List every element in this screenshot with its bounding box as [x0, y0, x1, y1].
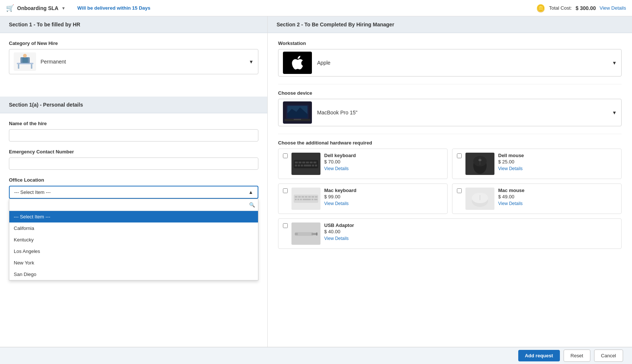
delivery-text: Will be delivered within 15 Days [77, 5, 150, 11]
name-group: Name of the hire [9, 121, 258, 142]
svg-rect-11 [294, 160, 318, 168]
office-location-group: Office Location --- Select Item --- ▲ 🔍 … [9, 177, 258, 199]
dropdown-option-san-diego[interactable]: San Diego [9, 269, 258, 280]
svg-rect-41 [314, 199, 317, 200]
section2-header: Section 2 - To Be Completed By Hiring Ma… [268, 16, 632, 33]
device-img [283, 101, 312, 124]
svg-rect-12 [295, 162, 298, 163]
macbook-icon [284, 103, 310, 122]
device-label: Choose device [278, 90, 622, 96]
svg-rect-15 [306, 162, 309, 163]
usb-img [291, 222, 320, 245]
view-details-link[interactable]: View Details [600, 5, 626, 11]
dropdown-option-california[interactable]: California [9, 222, 258, 234]
svg-rect-32 [305, 196, 307, 198]
workstation-chevron-icon: ▼ [612, 60, 617, 66]
hardware-item-mac-keyboard: Mac keyboard $ 99.00 View Details [278, 183, 448, 214]
office-dropdown: 🔍 --- Select Item --- California Kentuck… [9, 199, 258, 280]
dell-mouse-checkbox[interactable] [457, 153, 462, 158]
dropdown-option-new-york[interactable]: New York [9, 257, 258, 269]
svg-rect-31 [302, 196, 304, 198]
mac-mouse-icon [469, 191, 491, 207]
dell-keyboard-img [291, 153, 320, 175]
office-selected-value: --- Select Item --- [14, 189, 51, 195]
svg-rect-2 [31, 64, 32, 69]
hardware-item-dell-mouse: Dell mouse $ 25.00 View Details [452, 149, 622, 179]
dell-keyboard-details: Dell keyboard $ 70.00 View Details [324, 153, 443, 171]
svg-rect-37 [297, 199, 299, 200]
emergency-input[interactable] [9, 157, 258, 170]
name-input[interactable] [9, 129, 258, 142]
dropdown-option-kentucky[interactable]: Kentucky [9, 234, 258, 246]
usb-checkbox[interactable] [283, 223, 288, 228]
dropdown-search-input[interactable] [12, 201, 249, 209]
svg-rect-48 [295, 233, 298, 235]
device-group: Choose device [278, 90, 622, 126]
office-label: Office Location [9, 177, 258, 183]
dell-keyboard-price: $ 70.00 [324, 159, 443, 165]
svg-rect-22 [312, 165, 314, 166]
top-bar-left: 🛒 Onboarding SLA ▼ Will be delivered wit… [6, 4, 151, 12]
dell-mouse-view-link[interactable]: View Details [498, 166, 523, 171]
section1a-header: Section 1(a) - Personal details [0, 97, 267, 113]
device-value: MacBook Pro 15" [317, 110, 357, 116]
category-value: Permanent [41, 59, 66, 65]
add-request-button[interactable]: Add request [518, 350, 560, 361]
total-cost-label: Total Cost: [549, 5, 572, 11]
svg-rect-46 [312, 233, 316, 235]
dell-mouse-name: Dell mouse [498, 153, 617, 158]
section2-content: Workstation Apple ▼ [268, 33, 632, 264]
section1a-content: Name of the hire Emergency Contact Numbe… [0, 113, 267, 214]
hardware-item-usb: USB Adaptor $ 40.00 View Details [278, 218, 622, 249]
category-select[interactable]: Permanent ▼ [9, 49, 258, 74]
workstation-select[interactable]: Apple ▼ [278, 49, 622, 77]
mac-mouse-checkbox[interactable] [457, 188, 462, 193]
svg-rect-29 [295, 196, 297, 198]
mac-keyboard-details: Mac keyboard $ 99.00 View Details [324, 188, 443, 206]
svg-rect-20 [301, 165, 303, 166]
mac-keyboard-checkbox[interactable] [283, 188, 288, 193]
workstation-group: Workstation Apple ▼ [278, 40, 622, 77]
cancel-button[interactable]: Cancel [594, 350, 623, 362]
svg-rect-16 [310, 162, 313, 163]
svg-rect-40 [312, 199, 313, 200]
svg-rect-17 [313, 162, 316, 163]
workstation-value: Apple [317, 60, 330, 66]
svg-rect-33 [308, 196, 311, 198]
left-panel: Section 1 - To be filled by HR Category … [0, 16, 268, 347]
category-select-inner: Permanent [14, 52, 66, 71]
dell-mouse-details: Dell mouse $ 25.00 View Details [498, 153, 617, 171]
svg-rect-39 [303, 199, 311, 200]
divider-1 [278, 84, 622, 84]
mac-keyboard-view-link[interactable]: View Details [324, 201, 349, 206]
svg-rect-34 [312, 196, 314, 198]
mac-keyboard-price: $ 99.00 [324, 194, 443, 199]
usb-price: $ 40.00 [324, 229, 617, 234]
dell-keyboard-view-link[interactable]: View Details [324, 166, 349, 171]
mac-mouse-view-link[interactable]: View Details [498, 201, 523, 206]
svg-rect-1 [18, 64, 19, 69]
svg-rect-36 [295, 199, 297, 200]
cart-icon: 🛒 [6, 4, 14, 12]
top-bar-right: 🪙 Total Cost: $ 300.00 View Details [536, 4, 626, 13]
reset-button[interactable]: Reset [564, 350, 590, 362]
svg-point-4 [23, 54, 27, 58]
dropdown-option-select[interactable]: --- Select Item --- [9, 211, 258, 222]
device-select[interactable]: MacBook Pro 15" ▼ [278, 99, 622, 126]
dropdown-option-los-angeles[interactable]: Los Angeles [9, 246, 258, 257]
office-select-display[interactable]: --- Select Item --- ▲ [9, 186, 258, 199]
svg-rect-14 [302, 162, 305, 163]
usb-name: USB Adaptor [324, 222, 617, 228]
search-icon[interactable]: 🔍 [249, 202, 255, 208]
dell-keyboard-checkbox[interactable] [283, 153, 288, 158]
category-img [14, 52, 36, 71]
dell-keyboard-name: Dell keyboard [324, 153, 443, 158]
mac-mouse-img [465, 188, 494, 210]
total-cost-value: $ 300.00 [575, 5, 596, 11]
mac-mouse-name: Mac mouse [498, 188, 617, 193]
hardware-item-dell-keyboard: Dell keyboard $ 70.00 View Details [278, 149, 448, 179]
usb-view-link[interactable]: View Details [324, 236, 349, 241]
dell-mouse-img [465, 153, 494, 175]
sla-dropdown-arrow[interactable]: ▼ [61, 6, 65, 10]
emergency-label: Emergency Contact Number [9, 149, 258, 155]
